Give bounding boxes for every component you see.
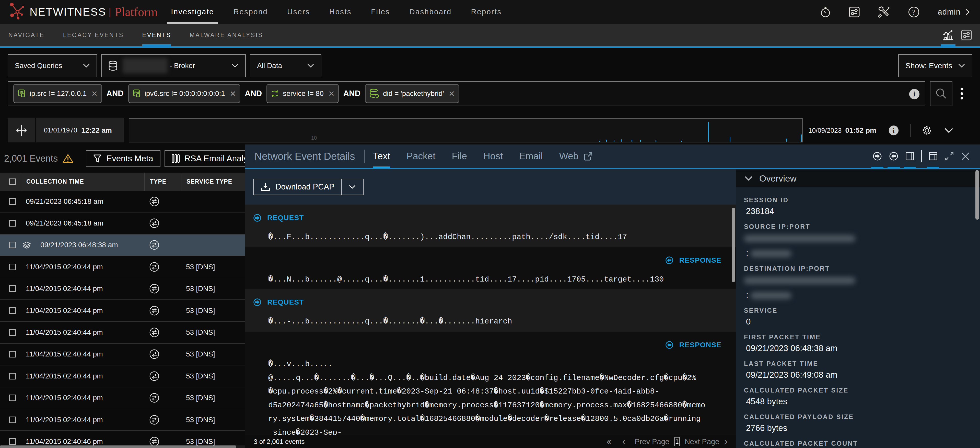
svg-text:IPv6: IPv6 [134,91,139,94]
svg-text:?: ? [912,8,915,16]
svg-text:i: i [913,90,915,98]
svg-text:10: 10 [311,135,317,140]
svg-text:IP: IP [20,91,23,95]
svg-text:i: i [893,127,895,134]
